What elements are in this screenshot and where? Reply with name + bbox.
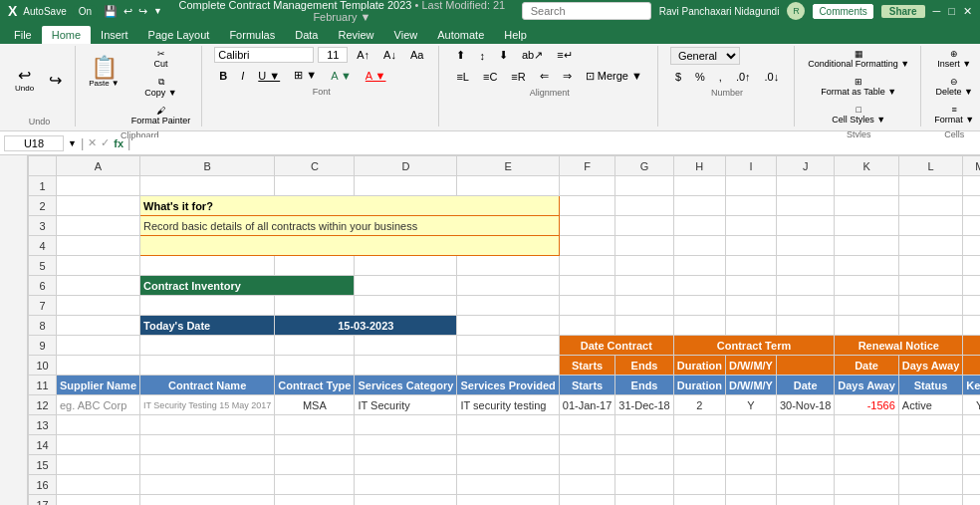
font-size-input[interactable] — [318, 47, 348, 63]
tab-insert[interactable]: Insert — [91, 26, 138, 44]
align-right-btn[interactable]: ≡R — [506, 69, 530, 85]
cell-styles-btn[interactable]: □ Cell Styles ▼ — [803, 102, 914, 127]
cell-L11-status[interactable]: Status — [898, 376, 962, 395]
tab-page-layout[interactable]: Page Layout — [138, 26, 220, 44]
align-top-btn[interactable]: ⬆ — [451, 47, 470, 64]
cell-I10-dwmy[interactable]: D/W/M/Y — [725, 356, 776, 376]
cell-K8[interactable] — [835, 316, 898, 336]
cell-F8[interactable] — [559, 316, 615, 336]
cell-M1[interactable] — [963, 176, 980, 196]
cell-D1[interactable] — [355, 176, 457, 196]
cell-A10[interactable] — [57, 356, 140, 376]
cell-L3[interactable] — [898, 216, 962, 236]
restore-btn[interactable]: □ — [948, 5, 955, 17]
cell-H10-duration[interactable]: Duration — [673, 356, 725, 376]
cell-E9[interactable] — [457, 336, 559, 356]
cell-G10-ends[interactable]: Ends — [615, 356, 673, 376]
font-color-btn[interactable]: A ▼ — [361, 68, 391, 84]
cancel-formula-icon[interactable]: ✕ — [88, 136, 97, 149]
merge-btn[interactable]: ⊡ Merge ▼ — [581, 68, 647, 85]
cell-K12-days-away[interactable]: -1566 — [835, 395, 898, 415]
format-painter-button[interactable]: 🖌 Format Painter — [126, 103, 196, 128]
share-btn[interactable]: Share — [881, 5, 925, 18]
cell-F6[interactable] — [559, 276, 615, 296]
cell-L12-status[interactable]: Active — [898, 395, 962, 415]
cell-F12-starts[interactable]: 01-Jan-17 — [559, 395, 615, 415]
cell-F10-starts[interactable]: Starts — [559, 356, 615, 376]
cell-M7[interactable] — [963, 296, 980, 316]
cell-J11-date[interactable]: Date — [776, 376, 834, 395]
cell-C9[interactable] — [275, 336, 355, 356]
cell-K10-date[interactable]: Date — [835, 356, 898, 376]
cell-I12-dwmy[interactable]: Y — [725, 395, 776, 415]
cell-B9[interactable] — [140, 336, 275, 356]
cell-B2-whats-it-for[interactable]: What's it for? — [140, 196, 560, 216]
font-name-input[interactable] — [214, 47, 314, 63]
cell-B6-contract-inventory[interactable]: Contract Inventory — [140, 276, 355, 296]
cell-I8[interactable] — [725, 316, 776, 336]
cell-M3[interactable] — [963, 216, 980, 236]
cell-C11-contract-type[interactable]: Contract Type — [275, 376, 355, 395]
comma-btn[interactable]: , — [714, 69, 727, 85]
cell-J3[interactable] — [776, 216, 834, 236]
conditional-formatting-btn[interactable]: ▦ Conditional Formatting ▼ — [803, 46, 914, 72]
align-left-btn[interactable]: ≡L — [451, 69, 474, 85]
comments-btn[interactable]: Comments — [813, 4, 872, 19]
cell-L1[interactable] — [898, 176, 962, 196]
cell-G11-ends[interactable]: Ends — [615, 376, 673, 395]
cell-H12-duration[interactable]: 2 — [673, 395, 725, 415]
cell-B5[interactable] — [140, 256, 275, 276]
fill-color-btn[interactable]: A ▼ — [326, 68, 357, 84]
cell-G2[interactable] — [615, 196, 673, 216]
cell-G6[interactable] — [615, 276, 673, 296]
cell-A7[interactable] — [57, 296, 140, 316]
cell-H5[interactable] — [673, 256, 725, 276]
cell-D9[interactable] — [355, 336, 457, 356]
cell-H9-contract-term[interactable]: Contract Term — [673, 336, 835, 356]
cell-D12-services-cat[interactable]: IT Security — [355, 395, 457, 415]
cell-A12-supplier[interactable]: eg. ABC Corp — [57, 395, 140, 415]
cell-C8-today-date[interactable]: 15-03-2023 — [275, 316, 457, 336]
cell-L6[interactable] — [898, 276, 962, 296]
cell-C12-contract-type[interactable]: MSA — [275, 395, 355, 415]
cell-A8[interactable] — [57, 316, 140, 336]
cell-E6[interactable] — [457, 276, 559, 296]
cell-K2[interactable] — [835, 196, 898, 216]
formula-input[interactable] — [134, 137, 976, 149]
cell-J5[interactable] — [776, 256, 834, 276]
cell-B7[interactable] — [140, 296, 275, 316]
cell-M2[interactable] — [963, 196, 980, 216]
bold-btn[interactable]: B — [214, 68, 232, 84]
cell-K9-renewal-notice[interactable]: Renewal Notice — [835, 336, 963, 356]
cell-B1[interactable] — [140, 176, 275, 196]
cell-J10[interactable] — [776, 356, 834, 376]
tab-formulas[interactable]: Formulas — [219, 26, 285, 44]
cell-L2[interactable] — [898, 196, 962, 216]
cell-M6[interactable] — [963, 276, 980, 296]
cell-E10[interactable] — [457, 356, 559, 376]
cell-M9[interactable] — [963, 336, 980, 356]
save-icon[interactable]: 💾 — [104, 5, 118, 18]
cell-A2[interactable] — [57, 196, 140, 216]
cell-G5[interactable] — [615, 256, 673, 276]
cell-J8[interactable] — [776, 316, 834, 336]
borders-btn[interactable]: ⊞ ▼ — [289, 67, 322, 84]
cell-F9-date-contract[interactable]: Date Contract — [559, 336, 673, 356]
cell-H2[interactable] — [673, 196, 725, 216]
orientation-btn[interactable]: ab↗ — [517, 47, 548, 64]
cell-A9[interactable] — [57, 336, 140, 356]
cell-A11-supplier[interactable]: Supplier Name — [57, 376, 140, 395]
cell-H7[interactable] — [673, 296, 725, 316]
cell-I7[interactable] — [725, 296, 776, 316]
cell-I2[interactable] — [725, 196, 776, 216]
cell-A3[interactable] — [57, 216, 140, 236]
tab-review[interactable]: Review — [328, 26, 383, 44]
cell-I1[interactable] — [725, 176, 776, 196]
cell-M8[interactable] — [963, 316, 980, 336]
cell-F1[interactable] — [559, 176, 615, 196]
cell-E1[interactable] — [457, 176, 559, 196]
cell-D5[interactable] — [355, 256, 457, 276]
cell-D10[interactable] — [355, 356, 457, 376]
redo-button[interactable]: ↪ — [41, 55, 69, 107]
percent-btn[interactable]: % — [690, 69, 710, 85]
